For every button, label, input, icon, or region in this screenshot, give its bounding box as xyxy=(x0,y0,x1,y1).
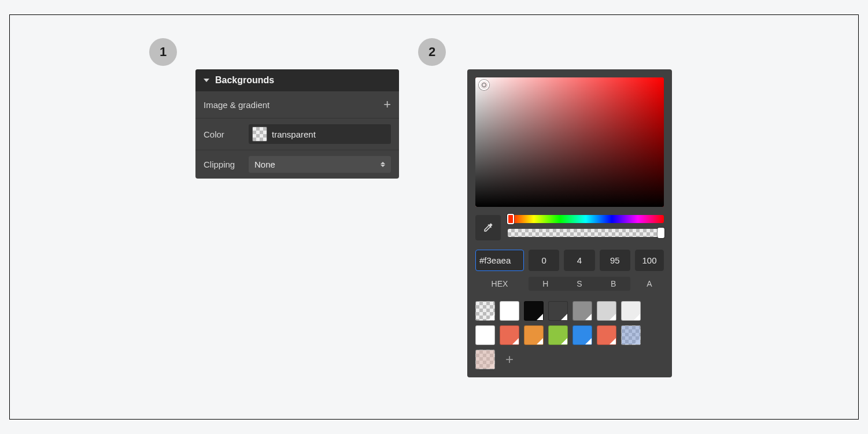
a-input[interactable]: 100 xyxy=(635,250,664,271)
background-color-input[interactable]: transparent xyxy=(249,124,391,144)
image-gradient-label: Image & gradient xyxy=(204,100,269,110)
h-label: H xyxy=(529,277,563,291)
backgrounds-header[interactable]: Backgrounds xyxy=(195,69,399,91)
background-color-value: transparent xyxy=(272,129,316,139)
step-badge-2: 2 xyxy=(418,38,446,66)
color-row: Color transparent xyxy=(195,118,399,150)
backgrounds-panel: Backgrounds Image & gradient + Color tra… xyxy=(195,69,399,179)
swatch-4[interactable] xyxy=(572,301,592,321)
hue-slider[interactable] xyxy=(508,215,664,223)
saturation-brightness-field[interactable] xyxy=(475,77,664,207)
swatch-corner-icon xyxy=(561,338,567,344)
swatch-2[interactable] xyxy=(524,301,544,321)
clipping-row: Clipping None xyxy=(195,150,399,179)
swatch-9[interactable] xyxy=(524,325,544,345)
swatch-12[interactable] xyxy=(597,325,616,345)
transparent-swatch-icon xyxy=(252,127,267,142)
swatch-7[interactable] xyxy=(475,325,495,345)
swatch-6[interactable] xyxy=(621,301,641,321)
swatch-corner-icon xyxy=(512,314,519,320)
swatch-3[interactable] xyxy=(548,301,568,321)
swatch-corner-icon xyxy=(488,362,494,369)
swatch-corner-icon xyxy=(610,314,616,320)
h-input[interactable]: 0 xyxy=(529,250,559,271)
swatch-1[interactable] xyxy=(500,301,519,321)
step-badge-1: 1 xyxy=(149,38,177,66)
swatch-corner-icon xyxy=(512,338,519,344)
backgrounds-title: Backgrounds xyxy=(215,75,274,86)
swatch-corner-icon xyxy=(561,314,567,320)
swatch-0[interactable] xyxy=(475,301,495,321)
sb-cursor[interactable] xyxy=(479,80,489,90)
hex-label: HEX xyxy=(475,279,524,288)
select-arrows-icon xyxy=(381,162,385,167)
alpha-thumb[interactable] xyxy=(658,228,664,238)
add-swatch-button[interactable]: + xyxy=(500,350,519,369)
eyedropper-icon xyxy=(482,222,494,233)
black-gradient xyxy=(475,77,664,207)
swatch-corner-icon xyxy=(537,314,543,320)
canvas-frame xyxy=(9,14,859,420)
a-label: A xyxy=(635,279,664,288)
clipping-select[interactable]: None xyxy=(249,156,391,173)
swatch-14[interactable] xyxy=(475,350,495,369)
alpha-slider[interactable] xyxy=(508,229,664,237)
add-image-gradient-button[interactable]: + xyxy=(383,97,391,112)
image-gradient-row: Image & gradient + xyxy=(195,91,399,118)
color-label: Color xyxy=(204,129,249,139)
b-input[interactable]: 95 xyxy=(600,250,630,271)
eyedropper-button[interactable] xyxy=(475,215,501,240)
swatch-corner-icon xyxy=(585,338,592,344)
swatch-corner-icon xyxy=(610,338,616,344)
b-label: B xyxy=(596,277,630,291)
swatch-13[interactable] xyxy=(621,325,641,345)
s-label: S xyxy=(563,277,597,291)
swatch-corner-icon xyxy=(488,338,494,344)
swatch-corner-icon xyxy=(634,314,640,320)
swatches-grid: + xyxy=(475,301,664,369)
hex-input[interactable]: #f3eaea xyxy=(475,250,524,271)
swatch-corner-icon xyxy=(488,314,494,320)
collapse-icon xyxy=(204,79,209,82)
swatch-5[interactable] xyxy=(597,301,616,321)
hsb-mode-toggle[interactable]: H S B xyxy=(529,277,630,291)
clipping-label: Clipping xyxy=(204,159,249,169)
swatch-11[interactable] xyxy=(572,325,592,345)
hue-thumb[interactable] xyxy=(507,214,514,224)
swatch-10[interactable] xyxy=(548,325,568,345)
s-input[interactable]: 4 xyxy=(564,250,594,271)
swatch-corner-icon xyxy=(585,314,592,320)
swatch-8[interactable] xyxy=(500,325,519,345)
swatch-corner-icon xyxy=(634,338,640,344)
swatch-corner-icon xyxy=(537,338,543,344)
color-picker-panel: #f3eaea 0 4 95 100 HEX H S B A + xyxy=(467,69,672,377)
clipping-value: None xyxy=(254,159,275,169)
